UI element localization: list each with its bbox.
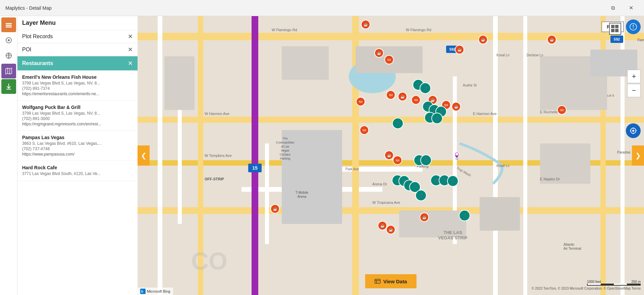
svg-rect-168 bbox=[375, 279, 380, 283]
map-zoom-controls: + − bbox=[627, 70, 641, 97]
restaurant-phone: (702) 891-3000 bbox=[22, 116, 133, 121]
restaurant-list: Emeril's New Orleans Fish House 3799 Las… bbox=[17, 70, 138, 295]
map-nav-right-button[interactable]: ❯ bbox=[632, 145, 644, 166]
svg-text:🍽: 🍽 bbox=[560, 108, 564, 112]
map-nav-left-button[interactable]: ❮ bbox=[138, 145, 150, 166]
map-area[interactable]: 15 592 592 W Flamingo Rd W Flamingo Rd W… bbox=[138, 16, 644, 295]
svg-point-4 bbox=[8, 39, 10, 41]
list-item[interactable]: Emeril's New Orleans Fish House 3799 Las… bbox=[17, 70, 138, 101]
restaurant-name: Emeril's New Orleans Fish House bbox=[22, 74, 133, 80]
svg-text:☕: ☕ bbox=[387, 153, 391, 158]
restaurant-phone: (702) 891-7374 bbox=[22, 86, 133, 91]
svg-text:🍽: 🍽 bbox=[414, 98, 418, 102]
zoom-in-button[interactable]: + bbox=[627, 70, 641, 83]
list-item[interactable]: Pampas Las Vegas 3663 S. Las Vegas Blvd.… bbox=[17, 131, 138, 161]
titlebar: Maplytics - Detail Map ⧉ ✕ bbox=[0, 0, 644, 16]
svg-rect-16 bbox=[158, 16, 162, 295]
layer-icons-strip bbox=[0, 16, 17, 295]
svg-rect-35 bbox=[480, 197, 520, 231]
svg-rect-23 bbox=[265, 143, 269, 244]
view-data-button[interactable]: View Data bbox=[365, 274, 417, 288]
restaurant-name: Hard Rock Cafe bbox=[22, 165, 133, 170]
svg-rect-20 bbox=[493, 16, 498, 295]
restaurant-website: https://emerilsrestaurants.com/emerils-n… bbox=[22, 92, 133, 96]
svg-text:🍽: 🍽 bbox=[444, 103, 448, 107]
svg-text:🍽: 🍽 bbox=[396, 159, 399, 162]
layer-menu-title: Layer Menu bbox=[22, 19, 56, 26]
map-locate-button[interactable] bbox=[626, 123, 641, 138]
poi-header: POI ✕ bbox=[17, 43, 138, 56]
svg-text:W Flamingo Rd: W Flamingo Rd bbox=[406, 28, 431, 32]
restaurant-name: Pampas Las Vegas bbox=[22, 135, 133, 140]
restaurant-phone: (702) 737-4748 bbox=[22, 146, 133, 151]
poi-close[interactable]: ✕ bbox=[128, 46, 133, 53]
zoom-out-button[interactable]: − bbox=[627, 84, 641, 97]
svg-text:🎵: 🎵 bbox=[413, 185, 418, 190]
svg-rect-29 bbox=[282, 130, 342, 224]
svg-text:T-Mobile: T-Mobile bbox=[296, 191, 309, 194]
svg-text:☕: ☕ bbox=[364, 22, 368, 27]
svg-text:Arena: Arena bbox=[298, 195, 307, 198]
map-top-right-controls: Road bbox=[601, 19, 641, 34]
list-item[interactable]: Hard Rock Cafe 3771 Las Vegas Blvd South… bbox=[17, 161, 138, 181]
layer-icon-layers[interactable] bbox=[1, 17, 16, 32]
layer-icon-map[interactable] bbox=[1, 64, 16, 78]
restaurant-website: https://www.pampasusa.com/ bbox=[22, 152, 133, 157]
plot-records-header: Plot Records ✕ bbox=[17, 30, 138, 43]
app-title: Maplytics - Detail Map bbox=[5, 5, 605, 11]
svg-text:🍽: 🍽 bbox=[387, 58, 391, 62]
list-item[interactable]: Wolfgang Puck Bar & Grill 3799 Las Vegas… bbox=[17, 101, 138, 131]
poi-label: POI bbox=[22, 47, 32, 53]
close-button[interactable]: ✕ bbox=[623, 3, 639, 13]
svg-rect-13 bbox=[138, 207, 644, 214]
svg-text:🎵: 🎵 bbox=[450, 179, 455, 184]
svg-text:Audrie St: Audrie St bbox=[463, 83, 477, 87]
svg-text:☕: ☕ bbox=[400, 95, 405, 99]
svg-text:of Las: of Las bbox=[281, 145, 289, 148]
restaurant-name: Wolfgang Puck Bar & Grill bbox=[22, 105, 133, 110]
svg-rect-17 bbox=[198, 16, 203, 295]
layer-icon-network[interactable] bbox=[1, 33, 16, 48]
svg-rect-11 bbox=[138, 117, 644, 123]
svg-text:W Harmon Ave: W Harmon Ave bbox=[205, 112, 229, 116]
restaurant-address: 3799 Las Vegas Blvd S, Las Vegas, NV, 8.… bbox=[22, 81, 133, 85]
svg-text:☕: ☕ bbox=[273, 207, 277, 211]
svg-text:🎵: 🎵 bbox=[423, 86, 428, 91]
svg-text:Paradise: Paradise bbox=[617, 151, 631, 154]
svg-text:THE LAS: THE LAS bbox=[443, 230, 462, 235]
svg-text:🎵: 🎵 bbox=[419, 193, 424, 198]
svg-text:W Tropicana Ave: W Tropicana Ave bbox=[372, 200, 400, 204]
svg-point-163 bbox=[632, 130, 634, 132]
restore-button[interactable]: ⧉ bbox=[605, 3, 621, 13]
svg-text:Flami...: Flami... bbox=[637, 38, 644, 42]
svg-text:🎵: 🎵 bbox=[424, 158, 429, 163]
svg-rect-1 bbox=[6, 25, 12, 26]
restaurants-header: Restaurants ✕ bbox=[17, 56, 138, 70]
restaurant-website: https://mgmgrand.mgmresorts.com/en/rest.… bbox=[22, 122, 133, 126]
map-compass-button[interactable] bbox=[626, 19, 641, 34]
svg-text:E Naples Dr: E Naples Dr bbox=[540, 177, 560, 181]
svg-text:W Tompkins Ave: W Tompkins Ave bbox=[205, 154, 232, 158]
layer-icon-geo[interactable] bbox=[1, 48, 16, 63]
svg-text:🍽: 🍽 bbox=[363, 128, 366, 132]
restaurant-address: 3663 S. Las Vegas Blvd. #610, Las Vegas,… bbox=[22, 141, 133, 146]
svg-text:🎵: 🎵 bbox=[435, 116, 440, 121]
map-layer-toggle[interactable] bbox=[609, 23, 621, 35]
svg-text:VEGAS STRIP: VEGAS STRIP bbox=[438, 235, 468, 240]
svg-text:🎵: 🎵 bbox=[395, 121, 400, 126]
svg-rect-36 bbox=[252, 16, 258, 295]
svg-text:Air Terminal: Air Terminal bbox=[564, 247, 581, 250]
restaurant-address: 3799 Las Vegas Blvd S, Las Vegas, NV, 8.… bbox=[22, 111, 133, 116]
svg-text:W Flamingo Rd: W Flamingo Rd bbox=[272, 28, 297, 32]
svg-text:b: b bbox=[141, 290, 143, 293]
map-attribution: © 2023 TomTom, © 2023 Microsoft Corporat… bbox=[532, 287, 641, 290]
svg-rect-28 bbox=[282, 46, 329, 80]
svg-text:Atlantic: Atlantic bbox=[564, 243, 575, 246]
plot-records-close[interactable]: ✕ bbox=[128, 33, 133, 40]
window-controls: ⧉ ✕ bbox=[605, 3, 639, 13]
svg-text:592: 592 bbox=[449, 47, 455, 51]
svg-text:🍽: 🍽 bbox=[389, 93, 392, 97]
restaurants-close[interactable]: ✕ bbox=[128, 60, 133, 67]
layer-icon-download[interactable] bbox=[1, 79, 16, 94]
bing-label: Microsoft Bing bbox=[147, 289, 170, 293]
